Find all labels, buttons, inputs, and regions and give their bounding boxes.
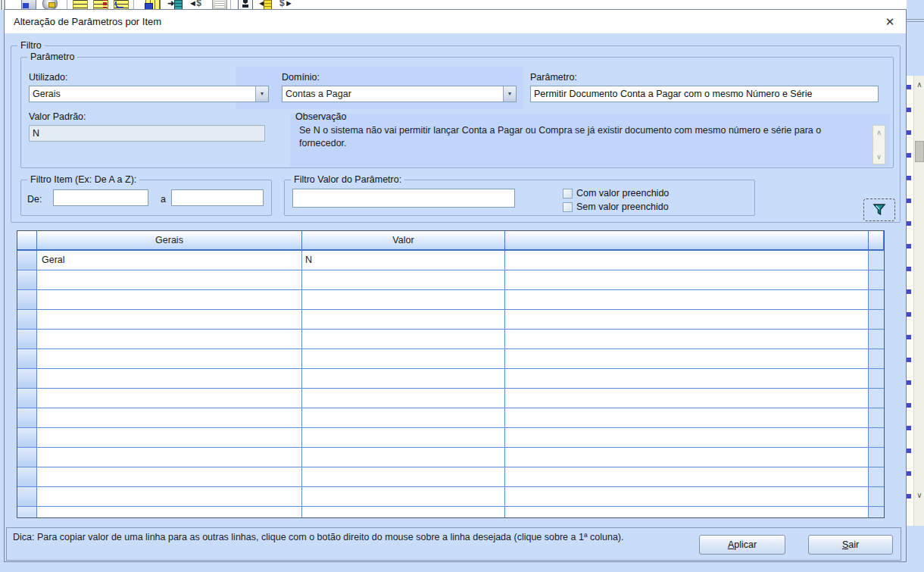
- row-selector-cell[interactable]: [17, 290, 37, 310]
- scroll-down-icon[interactable]: ∨: [873, 152, 885, 162]
- checkbox-unchecked-icon[interactable]: [563, 202, 573, 212]
- grid-cell[interactable]: [505, 389, 869, 408]
- grid-cell[interactable]: [302, 310, 505, 330]
- filtro-valor-input[interactable]: [292, 189, 515, 208]
- grid-cell[interactable]: [37, 310, 302, 330]
- row-selector-cell[interactable]: [17, 369, 37, 389]
- utilizado-combo[interactable]: Gerais ▼: [29, 86, 269, 102]
- grid-cell[interactable]: [302, 270, 505, 290]
- grid-cell[interactable]: [37, 369, 302, 389]
- table-row[interactable]: [17, 369, 884, 389]
- table-row[interactable]: [17, 389, 884, 408]
- row-selector-cell[interactable]: [17, 408, 37, 428]
- grid-header-extra[interactable]: [505, 231, 869, 251]
- grid-cell[interactable]: [505, 290, 869, 310]
- grid-cell[interactable]: [505, 270, 869, 290]
- grid-header-gerais[interactable]: Gerais: [37, 231, 302, 251]
- grid-cell[interactable]: [505, 507, 869, 518]
- grid-cell[interactable]: [37, 408, 302, 428]
- table-row[interactable]: [17, 428, 884, 448]
- grid-cell[interactable]: [37, 428, 302, 448]
- apply-filter-button[interactable]: [863, 198, 895, 221]
- checkbox-unchecked-icon[interactable]: [563, 189, 573, 198]
- scrollbar-thumb[interactable]: [915, 141, 924, 162]
- scroll-down-icon[interactable]: ∨: [914, 489, 924, 502]
- table-row[interactable]: [17, 349, 884, 369]
- grid-cell[interactable]: [505, 487, 869, 507]
- grid-cell[interactable]: [302, 428, 505, 448]
- grid-cell[interactable]: [37, 330, 302, 349]
- row-selector-cell[interactable]: [17, 467, 37, 487]
- observacao-scrollbar[interactable]: ∧ ∨: [872, 125, 885, 164]
- parameters-grid: Gerais Valor GeralN: [17, 230, 885, 518]
- table-row[interactable]: [17, 310, 884, 330]
- grid-cell[interactable]: [505, 408, 869, 428]
- filtro-item-a-input[interactable]: [171, 189, 264, 206]
- grid-cell: [869, 467, 884, 487]
- chevron-down-icon[interactable]: ▼: [503, 86, 516, 102]
- grid-cell[interactable]: [302, 487, 505, 507]
- grid-cell[interactable]: [505, 369, 869, 389]
- grid-cell[interactable]: [505, 251, 869, 270]
- grid-cell[interactable]: [505, 310, 869, 330]
- grid-header-selector[interactable]: [17, 231, 37, 251]
- row-selector-cell[interactable]: [17, 251, 37, 270]
- grid-cell[interactable]: [302, 330, 505, 349]
- grid-cell[interactable]: [37, 487, 302, 507]
- table-row[interactable]: [17, 467, 884, 487]
- grid-cell[interactable]: [505, 349, 869, 369]
- grid-cell[interactable]: [505, 428, 869, 448]
- scroll-up-icon[interactable]: ∧: [873, 127, 885, 138]
- grid-cell[interactable]: [302, 408, 505, 428]
- row-selector-cell[interactable]: [17, 270, 37, 290]
- grid-cell[interactable]: [37, 448, 302, 467]
- table-row[interactable]: [17, 270, 884, 290]
- grid-cell[interactable]: [37, 467, 302, 487]
- grid-cell[interactable]: [37, 507, 302, 518]
- table-row[interactable]: [17, 408, 884, 428]
- scroll-up-icon[interactable]: ∧: [914, 79, 924, 91]
- sem-valor-checkbox-row[interactable]: Sem valor preenchido: [563, 202, 669, 212]
- table-row[interactable]: [17, 507, 884, 518]
- grid-cell[interactable]: [302, 507, 505, 518]
- table-row[interactable]: [17, 448, 884, 467]
- grid-cell[interactable]: [302, 369, 505, 389]
- parametro-field[interactable]: [530, 86, 879, 102]
- table-row[interactable]: [17, 487, 884, 507]
- grid-cell[interactable]: [37, 389, 302, 408]
- row-selector-cell[interactable]: [17, 448, 37, 467]
- grid-header-valor[interactable]: Valor: [302, 231, 505, 251]
- grid-cell[interactable]: [37, 290, 302, 310]
- grid-cell[interactable]: [505, 467, 869, 487]
- grid-cell[interactable]: [302, 290, 505, 310]
- row-selector-cell[interactable]: [17, 310, 37, 330]
- filtro-item-de-input[interactable]: [53, 189, 148, 206]
- grid-cell: [869, 270, 884, 290]
- table-row[interactable]: GeralN: [17, 251, 884, 270]
- row-selector-cell[interactable]: [17, 349, 37, 369]
- row-selector-cell[interactable]: [17, 389, 37, 408]
- grid-cell[interactable]: [302, 389, 505, 408]
- grid-cell[interactable]: Geral: [37, 251, 302, 270]
- row-selector-cell[interactable]: [17, 330, 37, 349]
- dominio-combo[interactable]: Contas a Pagar ▼: [282, 86, 517, 102]
- background-scrollbar[interactable]: ∧ ∨: [913, 76, 924, 526]
- row-selector-cell[interactable]: [17, 428, 37, 448]
- grid-cell[interactable]: [505, 330, 869, 349]
- grid-cell[interactable]: [37, 270, 302, 290]
- close-icon[interactable]: ✕: [882, 14, 898, 30]
- grid-cell[interactable]: [505, 448, 869, 467]
- grid-cell[interactable]: [37, 349, 302, 369]
- aplicar-button[interactable]: Aplicar: [699, 535, 785, 555]
- table-row[interactable]: [17, 330, 884, 349]
- chevron-down-icon[interactable]: ▼: [255, 86, 268, 102]
- grid-cell[interactable]: [302, 349, 505, 369]
- com-valor-checkbox-row[interactable]: Com valor preenchido: [563, 188, 669, 198]
- grid-cell[interactable]: [302, 467, 505, 487]
- grid-cell[interactable]: N: [302, 251, 505, 270]
- grid-cell[interactable]: [302, 448, 505, 467]
- row-selector-cell[interactable]: [17, 507, 37, 518]
- row-selector-cell[interactable]: [17, 487, 37, 507]
- table-row[interactable]: [17, 290, 884, 310]
- sair-button[interactable]: Sair: [808, 535, 893, 555]
